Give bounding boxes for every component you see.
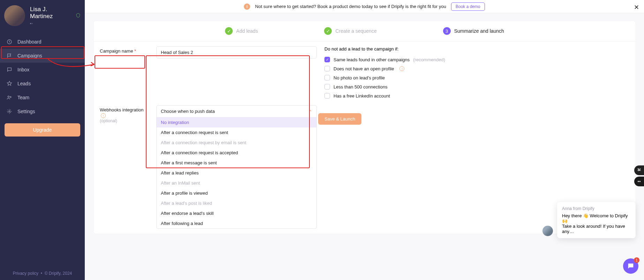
chat-line: Take a look around! If you have any… xyxy=(562,224,631,234)
sidebar-footer: Privacy policy • © Dripify, 2024 xyxy=(0,271,85,276)
nav: Dashboard Campaigns Inbox Leads Team Set… xyxy=(0,35,85,118)
banner-text: Not sure where to get started? Book a pr… xyxy=(255,4,446,9)
campaign-name-input[interactable] xyxy=(156,46,317,59)
exclude-checkbox-row[interactable]: Less than 500 connections xyxy=(324,82,629,91)
checkbox[interactable]: ✓ xyxy=(324,57,330,62)
exclude-checkbox-row[interactable]: No photo on lead's profile xyxy=(324,73,629,82)
privacy-link[interactable]: Privacy policy xyxy=(13,271,38,276)
nav-label: Dashboard xyxy=(17,39,42,45)
select-option[interactable]: After a first message is sent xyxy=(157,158,316,168)
campaign-name-label: Campaign name xyxy=(100,48,133,54)
exclude-title: Do not add a lead to the campaign if: xyxy=(324,46,629,52)
chevron-up-icon xyxy=(308,109,312,114)
svg-point-3 xyxy=(9,111,10,112)
check-icon: ✓ xyxy=(225,27,233,35)
campaign-card: ✓ Add leads ✓ Create a sequence 3 Summar… xyxy=(93,21,636,234)
message-icon xyxy=(6,67,13,72)
shield-icon xyxy=(76,13,81,19)
flag-icon xyxy=(6,53,13,59)
required-mark: * xyxy=(134,48,136,54)
sidebar-item-dashboard[interactable]: Dashboard xyxy=(0,35,85,49)
checkbox-label: Less than 500 connections xyxy=(334,84,388,90)
select-option: After a lead's post is liked xyxy=(157,198,316,208)
sidebar-item-campaigns[interactable]: Campaigns xyxy=(0,49,85,63)
select-option[interactable]: After a connection request is sent xyxy=(157,127,316,138)
select-option[interactable]: After a profile is viewed xyxy=(157,188,316,198)
step-number: 3 xyxy=(443,27,451,35)
checkbox-label: Does not have an open profile xyxy=(334,66,394,71)
info-icon: i xyxy=(244,3,250,10)
main-panel: ✓ Add leads ✓ Create a sequence 3 Summar… xyxy=(93,21,636,234)
checkbox-label: Has a free LinkedIn account xyxy=(334,93,390,99)
clock-icon xyxy=(6,39,13,45)
info-icon[interactable]: i xyxy=(101,113,106,118)
copyright: © Dripify, 2024 xyxy=(45,271,72,276)
save-launch-button[interactable]: Save & Launch xyxy=(318,113,361,125)
exclude-checkbox-row[interactable]: Has a free LinkedIn account xyxy=(324,91,629,100)
close-icon[interactable]: ✕ xyxy=(634,3,639,11)
avatar[interactable] xyxy=(4,5,25,26)
chat-avatar xyxy=(542,226,553,236)
select-header[interactable]: Choose when to push data xyxy=(157,106,316,117)
gear-icon xyxy=(6,109,13,114)
user-block: Lisa J. Martinez ▪▫ xyxy=(0,0,85,31)
stepper: ✓ Add leads ✓ Create a sequence 3 Summar… xyxy=(93,21,636,41)
exclude-checkbox-row[interactable]: ✓Same leads found in other campaigns (re… xyxy=(324,55,629,64)
checkbox[interactable] xyxy=(324,84,330,90)
svg-point-5 xyxy=(639,181,641,182)
optional-label: (optional) xyxy=(100,118,117,123)
upgrade-button[interactable]: Upgrade xyxy=(5,123,80,137)
select-option[interactable]: No integration xyxy=(157,117,316,127)
info-icon[interactable]: i xyxy=(399,66,404,71)
select-option: After a connection request by email is s… xyxy=(157,138,316,148)
nav-label: Team xyxy=(17,95,29,100)
select-option[interactable]: After endorse a lead's skill xyxy=(157,208,316,218)
nav-label: Settings xyxy=(17,109,35,114)
checkbox[interactable] xyxy=(324,93,330,99)
checkbox[interactable] xyxy=(324,66,330,71)
svg-point-4 xyxy=(638,181,639,182)
sidebar-item-team[interactable]: Team xyxy=(0,91,85,104)
translate-icon[interactable] xyxy=(634,165,644,175)
check-icon: ✓ xyxy=(324,27,332,35)
support-icon[interactable] xyxy=(634,177,644,186)
select-option: After an InMail sent xyxy=(157,178,316,188)
recommended-tag: (recommended) xyxy=(413,57,445,62)
checkbox-label: Same leads found in other campaigns xyxy=(334,57,410,62)
exclude-checkbox-row[interactable]: Does not have an open profilei xyxy=(324,64,629,73)
svg-point-1 xyxy=(8,96,9,97)
svg-point-2 xyxy=(10,96,11,98)
star-icon xyxy=(6,81,13,86)
step-add-leads[interactable]: ✓ Add leads xyxy=(225,27,258,35)
select-options: No integrationAfter a connection request… xyxy=(157,117,316,228)
sidebar-item-settings[interactable]: Settings xyxy=(0,104,85,118)
checkbox[interactable] xyxy=(324,75,330,80)
checkbox-label: No photo on lead's profile xyxy=(334,75,385,80)
user-name: Lisa J. Martinez xyxy=(30,6,69,20)
user-subtitle: ▪▫ xyxy=(30,21,69,25)
chat-from: Anna from Dripify xyxy=(562,206,631,211)
select-option[interactable]: After following a lead xyxy=(157,218,316,228)
chat-popup[interactable]: Anna from Dripify Hey there 👋 Welcome to… xyxy=(557,202,636,238)
sidebar-item-leads[interactable]: Leads xyxy=(0,77,85,91)
book-demo-button[interactable]: Book a demo xyxy=(451,2,485,11)
select-option[interactable]: After a lead replies xyxy=(157,168,316,178)
chat-line: Hey there 👋 Welcome to Dripify 🙌 xyxy=(562,213,631,224)
demo-banner: i Not sure where to get started? Book a … xyxy=(85,0,644,13)
nav-label: Campaigns xyxy=(17,53,42,59)
webhook-label: Webhooks integration xyxy=(100,107,144,112)
team-icon xyxy=(6,95,13,100)
step-create-sequence[interactable]: ✓ Create a sequence xyxy=(324,27,376,35)
nav-label: Inbox xyxy=(17,67,29,72)
chat-launcher[interactable]: 1 xyxy=(623,258,638,274)
campaign-name-row: Campaign name * Do not add a lead to the… xyxy=(93,41,636,105)
sidebar-item-inbox[interactable]: Inbox xyxy=(0,63,85,77)
side-float xyxy=(634,165,644,186)
chat-badge: 1 xyxy=(634,257,639,263)
webhook-row: Webhooks integration i (optional) Choose… xyxy=(93,105,636,234)
webhook-select[interactable]: Choose when to push data No integrationA… xyxy=(156,105,317,229)
sidebar: Lisa J. Martinez ▪▫ Dashboard Campaigns … xyxy=(0,0,85,280)
nav-label: Leads xyxy=(17,81,31,86)
step-summarize-launch[interactable]: 3 Summarize and launch xyxy=(443,27,504,35)
select-option[interactable]: After a connection request is accepted xyxy=(157,148,316,158)
